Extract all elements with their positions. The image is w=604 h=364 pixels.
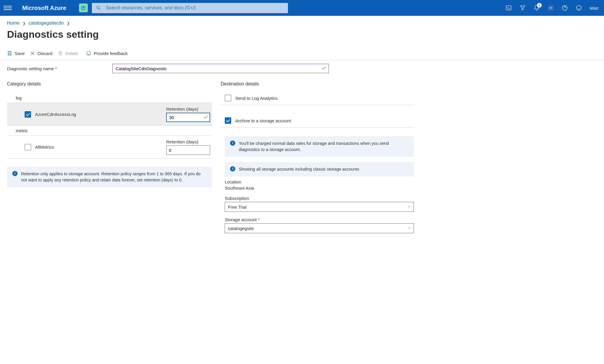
breadcrumb-resource[interactable]: catalogegsitecdn: [29, 20, 64, 26]
info-icon: i: [12, 171, 18, 176]
retention-label: Retention (days): [166, 107, 210, 111]
top-icon-bar: 1 tekic: [505, 5, 600, 11]
help-icon[interactable]: [562, 5, 568, 11]
category-details-heading: Category details: [7, 76, 212, 93]
metric-item-label: AllMetrics: [35, 145, 162, 150]
notification-badge: 1: [537, 3, 542, 8]
metric-row-allmetrics: AllMetrics Retention (days): [7, 136, 212, 159]
feedback-icon[interactable]: [576, 5, 582, 11]
storage-charge-infobox: i You'll be charged normal data rates fo…: [225, 136, 414, 157]
save-button[interactable]: Save: [7, 51, 25, 56]
breadcrumb-home[interactable]: Home: [7, 20, 20, 26]
metric-retention-input[interactable]: [166, 145, 210, 155]
dest-storage-row: Archive to a storage account: [221, 114, 414, 128]
storage-charge-text: You'll be charged normal data rates for …: [239, 140, 409, 153]
breadcrumb: Home ❯ catalogegsitecdn ❯: [0, 16, 604, 29]
upgrade-badge[interactable]: [79, 4, 88, 12]
info-icon: i: [230, 166, 235, 171]
delete-label: Delete: [65, 51, 78, 56]
setting-name-label: Diagnostic setting name *: [7, 66, 107, 71]
dest-log-analytics-label: Send to Log Analytics: [235, 96, 277, 101]
settings-icon[interactable]: [548, 5, 554, 11]
dest-log-analytics-row: Send to Log Analytics: [221, 93, 414, 105]
location-label: Location: [225, 179, 414, 184]
storage-account-label: Storage account *: [225, 217, 414, 222]
info-icon: i: [230, 140, 235, 146]
global-search[interactable]: [92, 3, 288, 13]
directory-filter-icon[interactable]: [519, 5, 526, 11]
dest-storage-checkbox[interactable]: [225, 117, 231, 124]
brand[interactable]: Microsoft Azure: [22, 5, 66, 11]
save-icon: [7, 51, 12, 56]
location-value: Southeast Asia: [225, 186, 414, 190]
search-input[interactable]: [105, 5, 284, 11]
log-item-label: AzureCdnAccessLog: [35, 112, 162, 117]
storage-list-text: Showing all storage accounts including c…: [239, 166, 359, 172]
log-checkbox-azurecdnaccesslog[interactable]: [25, 111, 31, 118]
topbar: Microsoft Azure 1 tekic: [0, 0, 604, 16]
category-details-column: Category details log AzureCdnAccessLog R…: [7, 76, 212, 233]
check-icon: [321, 66, 327, 71]
storage-list-infobox: i Showing all storage accounts including…: [225, 162, 414, 176]
svg-point-3: [550, 7, 552, 9]
chevron-right-icon: ❯: [67, 21, 70, 25]
save-label: Save: [15, 51, 25, 56]
subscription-label: Subscription: [225, 196, 414, 201]
notifications-icon[interactable]: 1: [533, 5, 540, 11]
svg-point-1: [97, 6, 99, 9]
svg-point-6: [87, 51, 91, 55]
menu-toggle[interactable]: [4, 4, 12, 12]
metric-checkbox-allmetrics[interactable]: [25, 144, 31, 150]
dest-log-analytics-checkbox[interactable]: [225, 95, 231, 101]
setting-name-row: Diagnostic setting name *: [0, 60, 604, 75]
chevron-down-icon: [407, 204, 411, 209]
svg-point-5: [576, 6, 581, 11]
subscription-select[interactable]: Free Trial: [225, 202, 414, 212]
dest-storage-label: Archive to a storage account: [235, 118, 291, 123]
close-icon: [30, 51, 35, 56]
cloud-shell-icon[interactable]: [505, 5, 512, 11]
smiley-icon: [86, 51, 91, 56]
account-name[interactable]: tekic: [590, 6, 599, 11]
storage-account-select[interactable]: catalogegsite: [225, 223, 414, 233]
setting-name-input[interactable]: [112, 64, 329, 73]
feedback-button[interactable]: Provide feedback: [86, 51, 128, 56]
feedback-label: Provide feedback: [94, 51, 128, 56]
metric-group-heading: metric: [7, 126, 212, 136]
command-bar: Save Discard Delete Provide feedback: [0, 48, 604, 60]
discard-label: Discard: [37, 51, 52, 56]
page-title: Diagnostics setting: [0, 29, 604, 48]
destination-details-heading: Destination details: [221, 76, 414, 93]
search-icon: [96, 5, 101, 11]
destination-details-column: Destination details Send to Log Analytic…: [221, 76, 414, 233]
chevron-right-icon: ❯: [23, 21, 26, 25]
log-row-azurecdnaccesslog: AzureCdnAccessLog Retention (days): [7, 103, 212, 126]
retention-info-text: Retention only applies to storage accoun…: [21, 171, 207, 183]
trash-icon: [58, 51, 63, 56]
log-group-heading: log: [7, 93, 212, 103]
check-icon: [203, 114, 208, 120]
chevron-down-icon: [407, 226, 411, 230]
retention-infobox: i Retention only applies to storage acco…: [7, 167, 212, 187]
delete-button: Delete: [58, 51, 78, 56]
discard-button[interactable]: Discard: [30, 51, 52, 56]
retention-label: Retention (days): [166, 139, 210, 144]
